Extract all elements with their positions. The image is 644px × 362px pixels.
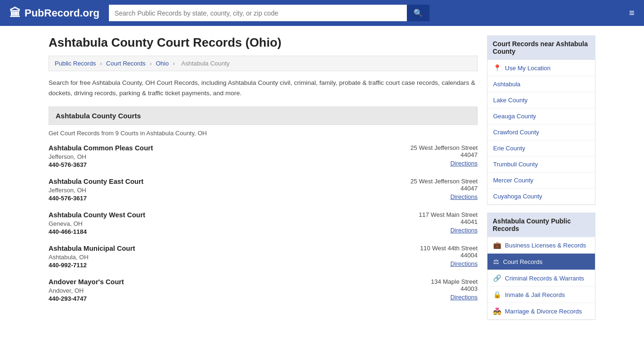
record-type-icon: 🔒	[493, 291, 501, 298]
court-name: Ashtabula County West Court	[49, 211, 419, 219]
breadcrumb-current: Ashtabula County	[182, 60, 230, 67]
court-city: Ashtabula, OH	[49, 254, 420, 261]
nearby-county-link[interactable]: Geauga County	[487, 108, 595, 124]
court-zip: 44041	[419, 218, 478, 225]
logo-icon: 🏛	[9, 7, 21, 20]
main-container: Ashtabula County Court Records (Ohio) Pu…	[39, 26, 605, 337]
court-zip: 44004	[420, 252, 478, 259]
court-address: 25 West Jefferson Street 44047 Direction…	[410, 144, 478, 167]
logo-text: PubRecord.org	[25, 7, 99, 19]
search-bar: 🔍	[109, 5, 429, 21]
nearby-county-link[interactable]: Cuyahoga County	[487, 189, 595, 205]
menu-button[interactable]: ≡	[629, 8, 635, 18]
public-records-section-title: Ashtabula County Public Records	[487, 213, 595, 237]
record-type-label: Criminal Records & Warrants	[505, 275, 584, 282]
search-input[interactable]	[109, 5, 407, 21]
court-info: Ashtabula County West Court Geneva, OH 4…	[49, 211, 419, 235]
breadcrumb-court-records[interactable]: Court Records	[106, 60, 146, 67]
court-address: 110 West 44th Street 44004 Directions	[420, 245, 478, 267]
public-record-link[interactable]: ⚖ Court Records	[487, 254, 595, 270]
directions-link[interactable]: Directions	[450, 260, 478, 267]
court-zip: 44047	[410, 151, 478, 158]
page-description: Search for free Ashtabula County, OH Cou…	[49, 78, 478, 98]
court-street: 110 West 44th Street	[420, 245, 478, 252]
use-location-label: Use My Location	[505, 65, 551, 72]
record-type-icon: 🔗	[493, 274, 501, 282]
content-area: Ashtabula County Court Records (Ohio) Pu…	[49, 35, 478, 328]
record-type-label: Business Licenses & Records	[505, 242, 586, 249]
record-type-icon: 💑	[493, 307, 501, 315]
court-address: 134 Maple Street 44003 Directions	[431, 278, 478, 301]
search-button[interactable]: 🔍	[407, 5, 429, 21]
court-info: Ashtabula Municipal Court Ashtabula, OH …	[49, 245, 420, 269]
nearby-county-link[interactable]: Trumbull County	[487, 156, 595, 173]
court-info: Ashtabula County East Court Jefferson, O…	[49, 178, 410, 202]
court-zip: 44047	[410, 185, 478, 192]
directions-link[interactable]: Directions	[450, 294, 478, 301]
nearby-links: 📍 Use My Location AshtabulaLake CountyGe…	[487, 60, 595, 205]
record-type-label: Inmate & Jail Records	[505, 291, 565, 298]
court-phone: 440-293-4747	[49, 295, 431, 302]
courts-section-sub: Get Court Records from 9 Courts in Ashta…	[49, 130, 478, 137]
record-type-icon: 💼	[493, 241, 501, 249]
court-city: Andover, OH	[49, 287, 431, 294]
nearby-county-link[interactable]: Mercer County	[487, 173, 595, 189]
nearby-county-link[interactable]: Erie County	[487, 140, 595, 156]
sidebar: Court Records near Ashtabula County 📍 Us…	[487, 35, 595, 328]
court-street: 117 West Main Street	[419, 211, 478, 218]
court-address: 117 West Main Street 44041 Directions	[419, 211, 478, 234]
location-icon: 📍	[493, 64, 501, 72]
court-city: Jefferson, OH	[49, 187, 410, 194]
court-entry: Ashtabula Common Pleas Court Jefferson, …	[49, 144, 478, 168]
public-record-link[interactable]: 🔒 Inmate & Jail Records	[487, 287, 595, 303]
site-header: 🏛 PubRecord.org 🔍 ≡	[0, 0, 644, 26]
public-records-links: 💼 Business Licenses & Records ⚖ Court Re…	[487, 237, 595, 320]
directions-link[interactable]: Directions	[450, 193, 478, 200]
record-type-label: Marriage & Divorce Records	[505, 308, 582, 315]
court-info: Ashtabula Common Pleas Court Jefferson, …	[49, 144, 410, 168]
nearby-counties: AshtabulaLake CountyGeauga CountyCrawfor…	[487, 76, 595, 205]
court-entry: Andover Mayor's Court Andover, OH 440-29…	[49, 278, 478, 302]
court-street: 25 West Jefferson Street	[410, 178, 478, 185]
nearby-county-link[interactable]: Ashtabula	[487, 76, 595, 92]
court-name: Ashtabula County East Court	[49, 178, 410, 185]
breadcrumb-public-records[interactable]: Public Records	[55, 60, 96, 67]
court-city: Jefferson, OH	[49, 153, 410, 160]
public-record-link[interactable]: 🔗 Criminal Records & Warrants	[487, 270, 595, 287]
court-phone: 440-466-1184	[49, 228, 419, 235]
courts-section-header: Ashtabula County Courts	[49, 107, 478, 125]
use-location-link[interactable]: 📍 Use My Location	[487, 60, 595, 76]
nearby-county-link[interactable]: Lake County	[487, 92, 595, 108]
nearby-section-title: Court Records near Ashtabula County	[487, 35, 595, 60]
court-phone: 440-576-3637	[49, 161, 410, 168]
breadcrumb-ohio[interactable]: Ohio	[156, 60, 168, 67]
record-type-label: Court Records	[503, 258, 543, 265]
page-title: Ashtabula County Court Records (Ohio)	[49, 35, 478, 50]
court-info: Andover Mayor's Court Andover, OH 440-29…	[49, 278, 431, 302]
public-record-link[interactable]: 💑 Marriage & Divorce Records	[487, 303, 595, 320]
nearby-county-link[interactable]: Crawford County	[487, 124, 595, 140]
court-entry: Ashtabula County East Court Jefferson, O…	[49, 178, 478, 202]
breadcrumb: Public Records › Court Records › Ohio › …	[49, 56, 478, 71]
court-zip: 44003	[431, 285, 478, 292]
court-phone: 440-992-7112	[49, 262, 420, 269]
court-city: Geneva, OH	[49, 220, 419, 227]
public-record-link[interactable]: 💼 Business Licenses & Records	[487, 237, 595, 254]
court-name: Andover Mayor's Court	[49, 278, 431, 286]
court-entry: Ashtabula County West Court Geneva, OH 4…	[49, 211, 478, 235]
directions-link[interactable]: Directions	[450, 227, 478, 234]
court-street: 25 West Jefferson Street	[410, 144, 478, 151]
site-logo[interactable]: 🏛 PubRecord.org	[9, 7, 99, 20]
court-name: Ashtabula Common Pleas Court	[49, 144, 410, 152]
record-type-icon: ⚖	[493, 258, 499, 265]
court-address: 25 West Jefferson Street 44047 Direction…	[410, 178, 478, 200]
court-name: Ashtabula Municipal Court	[49, 245, 420, 252]
court-phone: 440-576-3617	[49, 195, 410, 202]
courts-list: Ashtabula Common Pleas Court Jefferson, …	[49, 144, 478, 302]
directions-link[interactable]: Directions	[450, 160, 478, 167]
court-entry: Ashtabula Municipal Court Ashtabula, OH …	[49, 245, 478, 269]
court-street: 134 Maple Street	[431, 278, 478, 285]
